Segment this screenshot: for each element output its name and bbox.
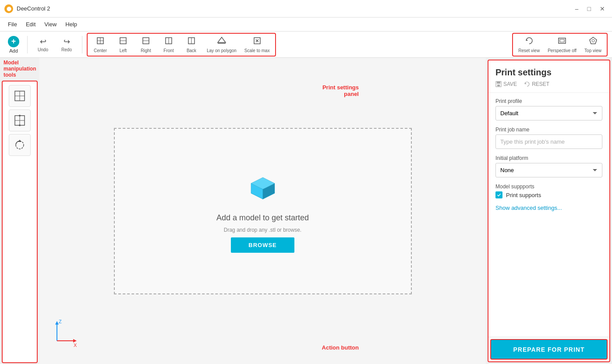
- top-view-icon: [589, 36, 598, 47]
- separator-2: [82, 36, 82, 53]
- redo-label: Redo: [61, 47, 72, 52]
- top-view-label: Top view: [584, 48, 601, 53]
- back-label: Back: [187, 48, 196, 53]
- print-settings-annotation: Print settingspanel: [322, 84, 359, 97]
- add-button[interactable]: + Add: [4, 34, 23, 55]
- right-icon: [142, 36, 150, 47]
- front-label: Front: [163, 48, 173, 53]
- toolbar: + Add ↩ Undo ↪ Redo Center Left Ri: [0, 32, 612, 58]
- redo-button[interactable]: ↪ Redo: [56, 35, 78, 54]
- maximize-button[interactable]: □: [585, 4, 594, 13]
- svg-point-18: [592, 39, 594, 42]
- front-button[interactable]: Front: [158, 35, 180, 55]
- 3d-cube: [243, 170, 283, 209]
- initial-platform-label: Initial platform: [495, 155, 602, 161]
- app-icon: ⬤: [4, 4, 13, 13]
- reset-view-button[interactable]: Reset view: [515, 35, 543, 55]
- print-supports-checkbox[interactable]: [495, 191, 502, 198]
- empty-canvas-title: Add a model to get started: [216, 213, 309, 223]
- svg-marker-28: [18, 140, 21, 142]
- resize-tool-button[interactable]: [9, 110, 31, 131]
- scale-max-label: Scale to max: [244, 48, 270, 53]
- svg-rect-41: [497, 85, 500, 86]
- svg-text:Z: Z: [59, 319, 62, 324]
- rotate-tool-button[interactable]: [9, 134, 31, 156]
- save-button[interactable]: SAVE: [495, 81, 517, 87]
- print-job-name-input[interactable]: [495, 134, 602, 149]
- perspective-off-icon: [558, 36, 566, 47]
- menu-help[interactable]: Help: [61, 19, 81, 29]
- lay-polygon-label: Lay on polygon: [207, 48, 237, 53]
- reset-view-label: Reset view: [518, 48, 540, 53]
- model-canvas[interactable]: Add a model to get started Drag and drop…: [114, 128, 412, 294]
- initial-platform-field: Initial platform None Raft Brim Skirt: [495, 155, 602, 177]
- svg-marker-11: [218, 37, 226, 42]
- print-job-name-label: Print job name: [495, 127, 602, 133]
- viewport-controls-group: Reset view Perspective off Top view: [512, 33, 608, 57]
- viewport[interactable]: Model manipulation tools Print settingsp…: [39, 58, 486, 364]
- axis-indicator: Z X: [48, 319, 79, 351]
- action-button-annotation: Action button: [322, 344, 359, 351]
- advanced-settings-link[interactable]: Show advanced settings...: [495, 205, 602, 211]
- model-supports-label: Model suppports: [495, 184, 602, 190]
- print-supports-row: Print supports: [495, 191, 602, 198]
- back-button[interactable]: Back: [180, 35, 202, 55]
- menu-view[interactable]: View: [40, 19, 61, 29]
- initial-platform-select[interactable]: None Raft Brim Skirt: [495, 163, 602, 177]
- center-label: Center: [94, 48, 107, 53]
- left-icon: [119, 36, 127, 47]
- model-tools-annotation: Model manipulation tools: [0, 58, 39, 80]
- separator-1: [27, 36, 28, 53]
- close-button[interactable]: ✕: [597, 4, 608, 13]
- redo-icon: ↪: [64, 37, 70, 46]
- menu-file[interactable]: File: [4, 19, 21, 29]
- title-bar: ⬤ DeeControl 2 ‒ □ ✕: [0, 0, 612, 18]
- svg-marker-17: [590, 37, 597, 44]
- lay-polygon-icon: [217, 36, 226, 47]
- perspective-off-button[interactable]: Perspective off: [544, 35, 580, 55]
- left-button[interactable]: Left: [112, 35, 134, 55]
- menu-edit[interactable]: Edit: [21, 19, 40, 29]
- front-icon: [164, 36, 173, 47]
- print-profile-field: Print profile Default High Quality Draft: [495, 98, 602, 120]
- right-label: Right: [141, 48, 151, 53]
- select-tool-button[interactable]: [9, 85, 31, 107]
- svg-rect-40: [497, 81, 500, 84]
- advanced-settings-anchor[interactable]: Show advanced settings...: [495, 205, 562, 211]
- empty-canvas-subtitle: Drag and drop any .stl or browse.: [224, 227, 301, 233]
- browse-button[interactable]: BROWSE: [231, 237, 294, 253]
- print-settings-panel: Print settings SAVE RESET Print profile …: [488, 60, 610, 362]
- svg-text:X: X: [74, 343, 77, 348]
- top-view-button[interactable]: Top view: [581, 35, 605, 55]
- main-layout: Model manipulation tools Model manipulat…: [0, 58, 612, 364]
- window-controls: ‒ □ ✕: [572, 4, 608, 13]
- svg-point-26: [19, 124, 21, 126]
- scale-max-button[interactable]: Scale to max: [241, 35, 273, 55]
- model-supports-section: Model suppports Print supports: [495, 184, 602, 198]
- minimize-button[interactable]: ‒: [572, 4, 581, 13]
- perspective-off-label: Perspective off: [548, 48, 577, 53]
- right-button[interactable]: Right: [135, 35, 157, 55]
- scale-max-icon: [253, 36, 262, 47]
- prepare-for-print-button[interactable]: PREPARE FOR PRINT: [490, 339, 608, 360]
- print-profile-select[interactable]: Default High Quality Draft: [495, 106, 602, 120]
- menu-bar: File Edit View Help: [0, 18, 612, 32]
- back-icon: [187, 36, 196, 47]
- manipulation-tools-group: Center Left Right Front Back: [87, 33, 276, 57]
- app-title: DeeControl 2: [17, 5, 50, 12]
- add-icon: +: [8, 36, 19, 47]
- center-icon: [96, 36, 105, 47]
- svg-rect-15: [559, 38, 566, 43]
- svg-marker-37: [73, 339, 77, 343]
- print-settings-title: Print settings: [488, 60, 609, 81]
- undo-button[interactable]: ↩ Undo: [32, 35, 54, 54]
- settings-toolbar: SAVE RESET: [488, 81, 609, 93]
- reset-view-icon: [525, 36, 534, 47]
- left-tools-panel: [2, 81, 38, 363]
- undo-label: Undo: [38, 47, 48, 52]
- center-button[interactable]: Center: [89, 35, 111, 55]
- svg-marker-14: [526, 39, 528, 41]
- print-supports-label: Print supports: [506, 192, 541, 198]
- lay-polygon-button[interactable]: Lay on polygon: [203, 35, 240, 55]
- reset-button[interactable]: RESET: [524, 81, 549, 87]
